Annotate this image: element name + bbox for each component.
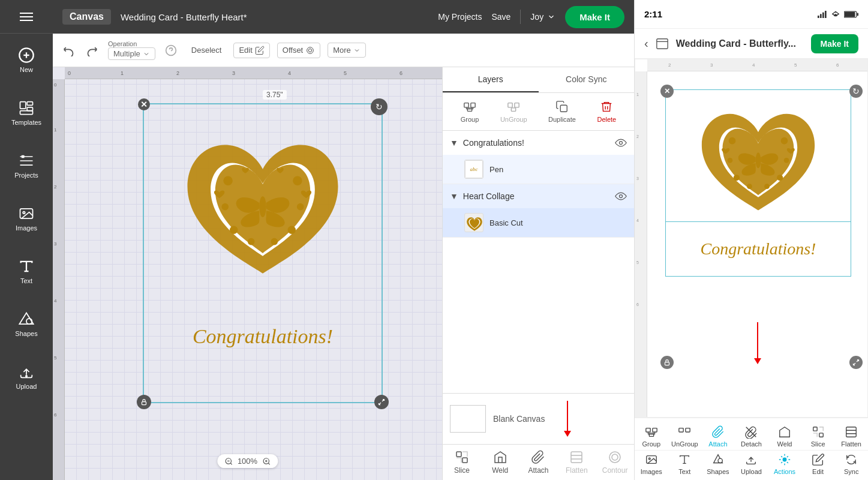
mobile-lock-handle[interactable] <box>660 356 674 369</box>
layers-panel: Layers Color Sync Group <box>442 67 634 480</box>
offset-button[interactable]: Offset <box>277 43 320 58</box>
mobile-rotate-handle[interactable]: ↻ <box>849 85 863 98</box>
sidebar-item-projects-label: Projects <box>14 172 38 179</box>
svg-rect-27 <box>464 103 468 107</box>
mobile-text-button[interactable]: Text <box>670 453 699 475</box>
design-frame[interactable]: ✕ ↻ <box>143 103 383 403</box>
mobile-edit-button[interactable]: Edit <box>804 453 833 475</box>
mobile-actions-icon <box>778 453 791 466</box>
canvas-area[interactable]: 0 1 2 3 4 5 6 0 1 2 3 4 5 6 <box>53 67 442 480</box>
layer-group-header-heart[interactable]: ▼ Heart Collage <box>443 184 634 208</box>
svg-rect-47 <box>857 13 858 16</box>
sidebar-item-shapes-label: Shapes <box>15 330 37 337</box>
mobile-group-button[interactable]: Group <box>637 425 666 448</box>
contour-button[interactable]: Contour <box>597 448 633 477</box>
delete-button[interactable]: Delete <box>592 98 621 125</box>
operation-select[interactable]: Multiple <box>108 47 155 60</box>
svg-point-35 <box>620 195 623 198</box>
more-button[interactable]: More <box>328 43 366 58</box>
my-projects-button[interactable]: My Projects <box>438 12 482 22</box>
divider <box>520 10 521 24</box>
mobile-upload-button[interactable]: Upload <box>737 453 765 475</box>
sidebar-item-shapes[interactable]: Shapes <box>0 298 53 350</box>
lock-handle[interactable] <box>137 395 151 409</box>
eye-icon-heart[interactable] <box>615 190 627 202</box>
mobile-sync-button[interactable]: Sync <box>837 453 866 475</box>
svg-rect-43 <box>822 12 824 17</box>
svg-point-16 <box>259 197 266 218</box>
mobile-scale-handle[interactable] <box>849 356 863 369</box>
tab-color-sync[interactable]: Color Sync <box>539 67 635 92</box>
mobile-ungroup-button[interactable]: UnGroup <box>670 425 699 448</box>
sidebar-item-upload[interactable]: Upload <box>0 350 53 403</box>
zoom-out-icon[interactable] <box>224 457 233 466</box>
mobile-slice-button[interactable]: Slice <box>804 425 833 448</box>
mobile-canvas-preview[interactable]: 2 3 4 5 6 1 2 3 4 5 6 <box>635 59 868 418</box>
mobile-shapes-button[interactable]: Shapes <box>704 453 732 475</box>
mobile-images-button[interactable]: Images <box>637 453 666 475</box>
dimension-label: 3.75" <box>263 90 287 100</box>
close-handle[interactable]: ✕ <box>138 98 150 110</box>
sidebar-item-new[interactable]: New <box>0 34 53 86</box>
sidebar-item-text[interactable]: Text <box>0 245 53 298</box>
rotate-handle[interactable]: ↻ <box>371 98 388 115</box>
sidebar-item-projects[interactable]: Projects <box>0 139 53 192</box>
help-icon <box>165 44 177 56</box>
mobile-weld-icon <box>778 425 791 439</box>
edit-button[interactable]: Edit <box>233 43 269 58</box>
zoom-in-icon[interactable] <box>262 457 271 466</box>
mobile-ruler-top: 2 3 4 5 6 <box>647 59 867 71</box>
mobile-actions-button[interactable]: Actions <box>770 453 799 475</box>
blank-canvas-thumb <box>450 405 486 433</box>
mobile-make-it-button[interactable]: Make It <box>811 34 858 53</box>
hamburger-button[interactable] <box>0 0 53 34</box>
svg-rect-58 <box>665 362 669 365</box>
congratulations-text-container: Congratulations! <box>144 292 382 381</box>
mobile-flatten-button[interactable]: Flatten <box>837 425 866 448</box>
weld-button[interactable]: Weld <box>482 448 518 477</box>
redo-button[interactable] <box>84 42 101 59</box>
main-area: Canvas Wedding Card - Butterfly Heart* M… <box>53 0 634 480</box>
svg-rect-4 <box>27 102 32 106</box>
images-icon <box>18 205 35 222</box>
mobile-status-icons <box>818 11 858 18</box>
sidebar-item-images[interactable]: Images <box>0 192 53 245</box>
duplicate-button[interactable]: Duplicate <box>543 98 581 125</box>
layer-item-basic-cut[interactable]: Basic Cut <box>443 208 634 237</box>
mobile-heart-svg <box>671 93 845 219</box>
flatten-button[interactable]: Flatten <box>558 448 594 477</box>
group-button[interactable]: Group <box>456 98 484 125</box>
mobile-close-handle[interactable]: ✕ <box>660 85 674 98</box>
svg-rect-66 <box>846 427 857 437</box>
attach-button[interactable]: Attach <box>520 448 556 477</box>
eye-icon[interactable] <box>615 137 627 149</box>
group-toggle-icon: ▼ <box>450 138 458 148</box>
mobile-congrats-text: Congratulations! <box>701 239 816 259</box>
make-it-button[interactable]: Make It <box>565 6 624 28</box>
mobile-detach-button[interactable]: Detach <box>737 425 765 448</box>
scale-handle[interactable] <box>374 395 389 409</box>
layers-list: ▼ Congratulations! abc Pen <box>443 131 634 393</box>
help-button[interactable] <box>163 42 179 59</box>
mobile-ungroup-icon <box>678 425 691 439</box>
user-menu[interactable]: Joy <box>530 12 555 22</box>
undo-button[interactable] <box>60 42 77 59</box>
rotate-icon: ↻ <box>376 102 383 112</box>
mobile-attach-button[interactable]: Attach <box>704 425 732 448</box>
layer-group-header-congratulations[interactable]: ▼ Congratulations! <box>443 131 634 155</box>
mobile-weld-button[interactable]: Weld <box>770 425 799 448</box>
tab-layers[interactable]: Layers <box>443 67 539 92</box>
heart-collage-svg <box>149 117 377 285</box>
arrow-head <box>564 431 571 437</box>
svg-point-52 <box>728 157 733 163</box>
layer-item-pen[interactable]: abc Pen <box>443 155 634 184</box>
mobile-back-button[interactable]: ‹ <box>644 37 648 50</box>
layer-item-basic-cut-name: Basic Cut <box>489 218 627 227</box>
sidebar-item-templates[interactable]: Templates <box>0 86 53 139</box>
deselect-button[interactable]: Deselect <box>187 43 227 57</box>
slice-button[interactable]: Slice <box>444 448 480 477</box>
ungroup-button[interactable]: UnGroup <box>495 98 532 125</box>
ruler-top: 0 1 2 3 4 5 6 <box>65 67 442 79</box>
save-button[interactable]: Save <box>491 12 510 22</box>
mobile-flatten-icon <box>845 425 858 439</box>
